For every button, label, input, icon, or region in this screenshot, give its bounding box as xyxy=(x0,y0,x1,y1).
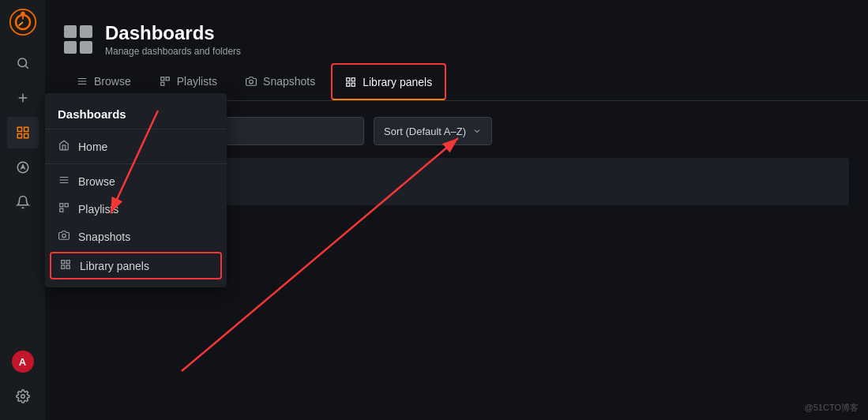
sidebar: A xyxy=(0,0,45,420)
playlists-dropdown-icon xyxy=(58,202,70,216)
svg-point-19 xyxy=(250,80,254,84)
dropdown-item-browse[interactable]: Browse xyxy=(45,167,227,195)
svg-rect-23 xyxy=(351,83,355,86)
svg-rect-20 xyxy=(347,77,350,81)
page-subtitle: Manage dashboards and folders xyxy=(105,46,241,57)
library-panels-dropdown-icon xyxy=(59,259,72,272)
svg-rect-11 xyxy=(17,134,21,138)
playlists-tab-icon xyxy=(160,76,171,87)
dashboards-dropdown: Dashboards Home Browse Playlists xyxy=(45,93,227,287)
dropdown-item-browse-label: Browse xyxy=(78,175,115,188)
tab-snapshots[interactable]: Snapshots xyxy=(233,63,328,100)
dropdown-item-library-panels-label: Library panels xyxy=(80,260,149,272)
sort-label: Sort (Default A–Z) xyxy=(384,126,466,137)
explore-icon[interactable] xyxy=(7,152,39,183)
dashboards-header-icon xyxy=(64,25,92,54)
dropdown-item-snapshots[interactable]: Snapshots xyxy=(45,223,227,250)
svg-rect-16 xyxy=(160,77,163,80)
dropdown-divider-1 xyxy=(45,163,227,164)
page-title: Dashboards xyxy=(105,22,241,44)
svg-rect-21 xyxy=(351,77,355,81)
svg-point-5 xyxy=(18,58,27,67)
tab-browse-label: Browse xyxy=(94,75,131,88)
browse-dropdown-icon xyxy=(58,174,70,188)
svg-rect-30 xyxy=(62,265,65,268)
library-panels-tab-icon xyxy=(345,77,356,88)
search-icon[interactable] xyxy=(7,47,39,79)
snapshots-dropdown-icon xyxy=(58,230,70,243)
svg-rect-18 xyxy=(160,82,163,85)
svg-point-27 xyxy=(62,234,66,238)
svg-rect-25 xyxy=(65,204,68,207)
tab-playlists-label: Playlists xyxy=(177,75,217,88)
sort-chevron-icon xyxy=(472,126,482,136)
svg-point-2 xyxy=(21,12,24,16)
grafana-logo[interactable] xyxy=(9,8,37,36)
svg-rect-29 xyxy=(66,261,70,264)
dashboards-nav-icon[interactable] xyxy=(7,117,39,148)
watermark: @51CTO博客 xyxy=(805,402,859,414)
avatar: A xyxy=(12,351,34,373)
tab-snapshots-label: Snapshots xyxy=(263,75,315,88)
svg-rect-9 xyxy=(17,127,21,131)
dropdown-item-home-label: Home xyxy=(78,141,107,153)
svg-rect-26 xyxy=(60,208,63,212)
svg-point-15 xyxy=(21,395,24,399)
dropdown-title: Dashboards xyxy=(45,99,227,129)
svg-marker-14 xyxy=(21,165,24,168)
user-avatar[interactable]: A xyxy=(7,346,39,377)
browse-tab-icon xyxy=(77,76,88,87)
snapshots-tab-icon xyxy=(246,76,257,87)
add-icon[interactable] xyxy=(7,82,39,114)
header-text-block: Dashboards Manage dashboards and folders xyxy=(105,22,241,57)
dropdown-item-home[interactable]: Home xyxy=(45,133,227,160)
dropdown-item-playlists-label: Playlists xyxy=(78,203,118,216)
alerting-icon[interactable] xyxy=(7,186,39,218)
svg-rect-10 xyxy=(24,127,28,131)
home-dropdown-icon xyxy=(58,140,70,153)
svg-rect-17 xyxy=(166,77,169,80)
dropdown-item-snapshots-label: Snapshots xyxy=(78,231,130,243)
dropdown-item-playlists[interactable]: Playlists xyxy=(45,195,227,223)
sort-dropdown[interactable]: Sort (Default A–Z) xyxy=(374,117,492,145)
svg-rect-24 xyxy=(60,204,63,207)
page-header: Dashboards Manage dashboards and folders xyxy=(45,0,868,63)
svg-rect-22 xyxy=(347,83,350,86)
svg-line-6 xyxy=(25,66,28,68)
settings-icon[interactable] xyxy=(7,381,39,412)
svg-rect-31 xyxy=(66,265,70,268)
svg-rect-28 xyxy=(62,261,65,264)
dropdown-item-library-panels[interactable]: Library panels xyxy=(50,252,222,279)
tab-library-panels[interactable]: Library panels xyxy=(331,63,446,100)
svg-rect-12 xyxy=(24,134,28,138)
tab-library-panels-label: Library panels xyxy=(363,76,432,88)
